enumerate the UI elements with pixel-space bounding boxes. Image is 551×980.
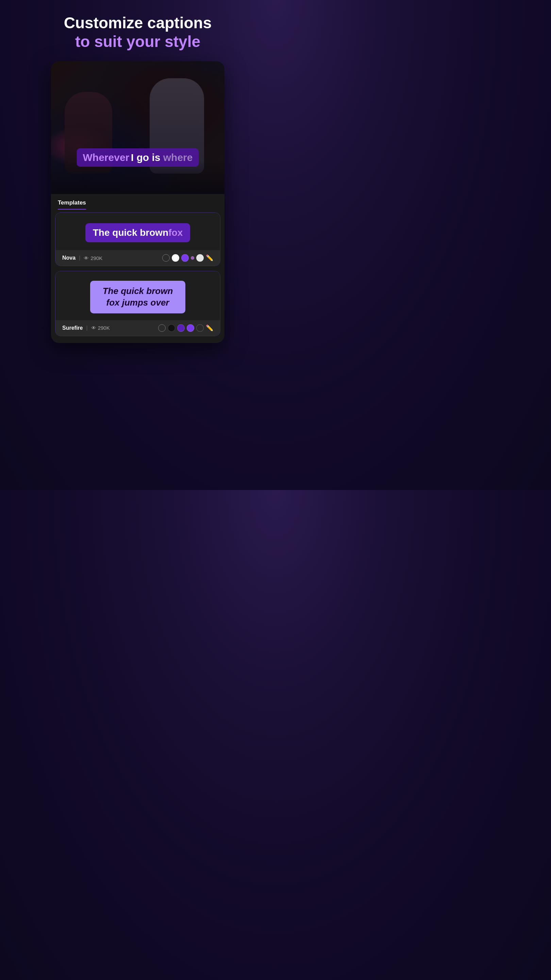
nova-eye-icon: 👁 (84, 255, 89, 261)
surefire-eye-icon: 👁 (91, 325, 96, 331)
nova-swatch-light[interactable] (196, 254, 204, 262)
surefire-edit-icon[interactable]: ✏️ (206, 324, 213, 332)
nova-edit-icon[interactable]: ✏️ (206, 254, 213, 262)
nova-footer: Nova | 👁 290K ✏️ (56, 250, 220, 266)
caption-word-wherever: Wherever (83, 152, 130, 163)
nova-name: Nova (62, 255, 76, 261)
nova-swatch-white[interactable] (172, 254, 179, 262)
nova-caption-text1: The quick brown (93, 227, 168, 238)
nova-caption-box: The quick brown fox (86, 223, 190, 242)
nova-views: 👁 290K (84, 255, 102, 261)
surefire-footer: Surefire | 👁 290K ✏️ (56, 320, 220, 336)
hero-title: Customize captions to suit your style (64, 14, 212, 51)
video-area: Wherever I go is where (51, 61, 224, 194)
nova-swatch-purple[interactable] (181, 254, 189, 262)
surefire-views-count: 290K (98, 325, 110, 331)
video-background (51, 61, 224, 194)
surefire-caption-text: The quick brown fox jumps over (103, 286, 173, 308)
nova-swatch-small[interactable] (191, 256, 194, 259)
phone-card: Wherever I go is where Templates The qui… (51, 61, 224, 343)
template-cards-list: The quick brown fox Nova | 👁 290K (51, 212, 224, 343)
nova-swatch-ghost[interactable] (162, 254, 170, 262)
hero-title-line2: to suit your style (64, 32, 212, 51)
nova-views-count: 290K (91, 255, 102, 261)
surefire-swatch-darkpurple[interactable] (177, 324, 185, 332)
nova-preview: The quick brown fox (56, 213, 220, 250)
surefire-preview: The quick brown fox jumps over (56, 271, 220, 320)
template-card-nova[interactable]: The quick brown fox Nova | 👁 290K (55, 212, 221, 266)
surefire-views: 👁 290K (91, 325, 110, 331)
surefire-name: Surefire (62, 325, 83, 331)
nova-divider: | (79, 255, 80, 261)
caption-word-where: where (163, 152, 193, 163)
surefire-caption-box: The quick brown fox jumps over (90, 281, 185, 313)
surefire-name-area: Surefire | 👁 290K (62, 325, 110, 331)
caption-word-igo: I go is (131, 152, 163, 163)
hero-title-line1: Customize captions (64, 14, 212, 32)
nova-caption-text2: fox (168, 227, 183, 238)
nova-swatches: ✏️ (162, 254, 213, 262)
surefire-swatch-dark[interactable] (196, 324, 204, 332)
surefire-swatches: ✏️ (158, 324, 213, 332)
surefire-swatch-ghost[interactable] (158, 324, 166, 332)
surefire-swatch-purple[interactable] (187, 324, 194, 332)
surefire-divider: | (86, 325, 87, 331)
surefire-swatch-black[interactable] (168, 324, 175, 332)
tab-templates[interactable]: Templates (58, 199, 86, 210)
video-caption-overlay: Wherever I go is where (77, 148, 199, 167)
templates-section: Templates (51, 194, 224, 212)
nova-name-area: Nova | 👁 290K (62, 255, 102, 261)
template-card-surefire[interactable]: The quick brown fox jumps over Surefire … (55, 271, 221, 336)
